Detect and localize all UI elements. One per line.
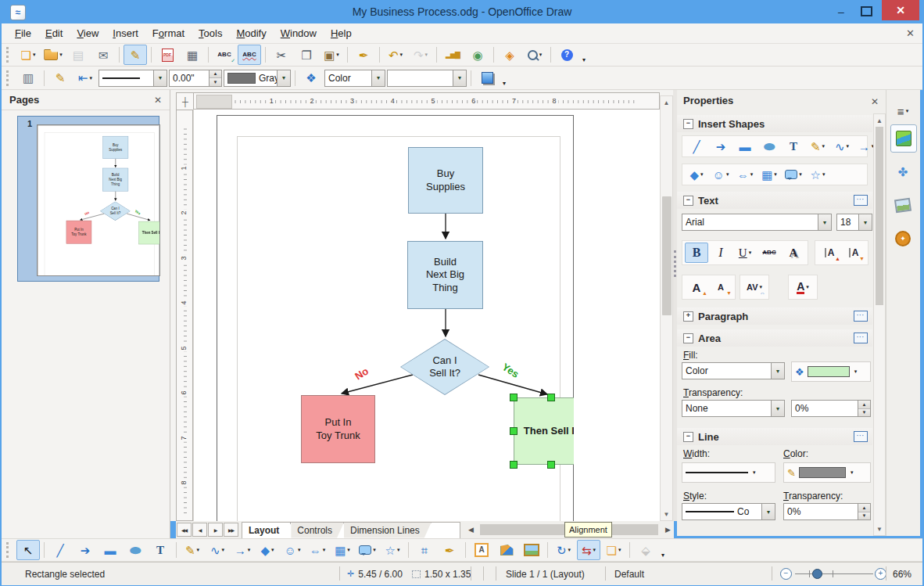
page-thumbnail[interactable]: 1 NoYesBuySuppliesBuildNext BigThingCan … bbox=[17, 116, 159, 282]
edit-points-button[interactable]: ✎ bbox=[48, 68, 72, 88]
toolbar-overflow-icon[interactable]: ▾ bbox=[503, 80, 506, 89]
line-width-button[interactable]: ▾ bbox=[682, 462, 775, 483]
dropdown-icon[interactable]: ▾ bbox=[618, 547, 621, 553]
menu-insert[interactable]: Insert bbox=[106, 24, 145, 42]
zoom-in-button[interactable]: + bbox=[875, 563, 886, 585]
styles-tab[interactable]: ✤ bbox=[890, 158, 915, 185]
insert-shapes-section-header[interactable]: − Insert Shapes bbox=[677, 115, 872, 132]
tab-dimension-lines[interactable]: Dimension Lines bbox=[344, 523, 432, 538]
dropdown-icon[interactable]: ▾ bbox=[197, 547, 200, 553]
styles-button[interactable]: ▥ bbox=[16, 68, 40, 88]
edit-file-button[interactable]: ✎ bbox=[124, 45, 147, 65]
character-spacing-button[interactable]: AV⇔▾ bbox=[743, 277, 766, 297]
line-color-select[interactable]: Gray 6▾ bbox=[224, 70, 291, 87]
selection-handle[interactable] bbox=[510, 461, 518, 469]
dropdown-icon[interactable]: ▾ bbox=[271, 547, 274, 553]
character-shadow-button[interactable]: A bbox=[782, 243, 805, 263]
text-button[interactable]: T bbox=[149, 540, 172, 560]
shape-buy-supplies[interactable]: BuySupplies bbox=[408, 147, 483, 214]
chart-button[interactable]: ▂▅▇ bbox=[441, 45, 464, 65]
dropdown-icon[interactable]: ▾ bbox=[749, 250, 752, 256]
collapse-icon[interactable]: − bbox=[683, 333, 693, 343]
dropdown-icon[interactable]: ▾ bbox=[347, 547, 350, 553]
dropdown-icon[interactable]: ▾ bbox=[774, 171, 777, 178]
insert-rectangle-button[interactable]: ▬ bbox=[733, 136, 757, 156]
toolbar-overflow-icon[interactable]: ▾ bbox=[661, 552, 664, 561]
star-shapes-button[interactable]: ☆▾ bbox=[806, 164, 829, 185]
dropdown-icon[interactable]: ▾ bbox=[822, 171, 826, 178]
line-color-button[interactable]: ✎ ▾ bbox=[783, 462, 871, 483]
zoom-out-button[interactable]: − bbox=[780, 563, 792, 585]
drawing-page[interactable]: NoYesBuySuppliesBuildNext BigThingCan IS… bbox=[217, 115, 574, 521]
shape-put-in-toy-trunk[interactable]: Put InToy Trunk bbox=[301, 395, 375, 463]
spinner[interactable]: ▲▼ bbox=[209, 70, 221, 86]
spin-down-icon[interactable]: ▼ bbox=[858, 512, 870, 520]
shape-then-sell-it[interactable]: Then Sell It bbox=[138, 221, 160, 244]
line-style-select[interactable]: Co ▾ bbox=[682, 503, 775, 520]
scrollbar-thumb[interactable] bbox=[876, 127, 883, 305]
collapse-icon[interactable]: − bbox=[683, 196, 693, 206]
callout-shapes-button[interactable]: ▾ bbox=[782, 164, 805, 185]
zoom-button[interactable]: ▾ bbox=[523, 45, 546, 65]
close-button[interactable]: ✕ bbox=[882, 0, 919, 20]
minimize-button[interactable]: – bbox=[830, 2, 852, 20]
selection-handle[interactable] bbox=[547, 461, 555, 469]
dropdown-icon[interactable]: ▾ bbox=[700, 171, 704, 178]
basic-shapes-button[interactable]: ◆▾ bbox=[256, 540, 279, 560]
dropdown-icon[interactable]: ▾ bbox=[153, 70, 167, 86]
insert-curve-button[interactable]: ✎▾ bbox=[806, 136, 829, 156]
paste-button[interactable]: ▣▾ bbox=[320, 45, 343, 65]
line-dialog-launcher-icon[interactable]: ··· bbox=[854, 431, 868, 442]
dropdown-icon[interactable]: ▾ bbox=[771, 363, 784, 379]
superscript-button[interactable]: A▲ bbox=[818, 243, 841, 263]
basic-shapes-button[interactable]: ◆▾ bbox=[685, 164, 708, 185]
previous-page-icon[interactable]: ◀ bbox=[192, 523, 207, 537]
dropdown-icon[interactable]: ▾ bbox=[425, 52, 428, 58]
gallery-button[interactable]: ◉ bbox=[466, 45, 489, 65]
dropdown-icon[interactable]: ▾ bbox=[90, 75, 93, 81]
spin-up-icon[interactable]: ▲ bbox=[858, 401, 870, 409]
vertical-scrollbar[interactable]: ▲ ▼ bbox=[660, 95, 673, 521]
flowchart-shapes-button[interactable]: ▦▾ bbox=[757, 164, 781, 185]
symbol-shapes-button[interactable]: ☺▾ bbox=[709, 164, 732, 185]
text-dialog-launcher-icon[interactable]: ··· bbox=[854, 195, 868, 206]
maximize-button[interactable] bbox=[855, 2, 877, 20]
callouts-button[interactable]: ▾ bbox=[356, 540, 379, 560]
strikethrough-button[interactable]: ABC bbox=[757, 243, 781, 263]
dropdown-icon[interactable]: ▾ bbox=[854, 368, 858, 375]
fill-type-select[interactable]: Color▾ bbox=[682, 362, 785, 379]
clone-formatting-button[interactable]: ✒ bbox=[352, 45, 375, 65]
dropdown-icon[interactable]: ▾ bbox=[33, 52, 36, 58]
rectangle-button[interactable]: ▬ bbox=[98, 540, 122, 560]
dropdown-icon[interactable]: ▾ bbox=[847, 143, 850, 149]
glue-points-button[interactable]: ✒ bbox=[438, 540, 461, 560]
fill-color-button[interactable]: ❖ ▾ bbox=[791, 361, 871, 382]
horizontal-ruler[interactable]: 12345678 bbox=[193, 92, 660, 110]
selection-handle[interactable] bbox=[547, 394, 555, 401]
dropdown-icon[interactable]: ▾ bbox=[750, 171, 754, 178]
pages-panel-close-icon[interactable]: ✕ bbox=[154, 95, 162, 106]
zoom-level[interactable]: 66% bbox=[893, 563, 911, 585]
spinner[interactable]: ▲▼ bbox=[858, 401, 870, 416]
toolbar-grip[interactable] bbox=[6, 542, 12, 558]
menu-modify[interactable]: Modify bbox=[229, 24, 273, 42]
properties-tab[interactable] bbox=[890, 124, 917, 153]
page-style[interactable]: Default bbox=[614, 563, 644, 585]
collapse-icon[interactable]: − bbox=[683, 432, 693, 442]
font-color-button[interactable]: A▾ bbox=[791, 277, 815, 297]
auto-spellcheck-button[interactable]: ABC bbox=[238, 45, 261, 65]
scroll-down-icon[interactable]: ▼ bbox=[875, 523, 884, 534]
next-page-icon[interactable]: ▶ bbox=[208, 523, 223, 537]
cut-button[interactable]: ✂ bbox=[270, 45, 293, 65]
scroll-up-icon[interactable]: ▲ bbox=[661, 97, 672, 108]
area-transparency-value[interactable]: 0% ▲▼ bbox=[791, 400, 871, 417]
spin-down-icon[interactable]: ▼ bbox=[858, 409, 870, 417]
drawing-workspace[interactable]: NoYesBuySuppliesBuildNext BigThingCan IS… bbox=[193, 110, 661, 521]
dropdown-icon[interactable]: ▾ bbox=[822, 143, 826, 149]
stars-button[interactable]: ☆▾ bbox=[381, 540, 404, 560]
decrease-font-size-button[interactable]: A▼ bbox=[709, 277, 732, 297]
gallery-tab[interactable] bbox=[890, 192, 915, 218]
shape-build-next-big-thing[interactable]: BuildNext BigThing bbox=[102, 168, 128, 192]
insert-line-button[interactable]: ╱ bbox=[685, 136, 708, 156]
underline-button[interactable]: U▾ bbox=[733, 243, 757, 263]
